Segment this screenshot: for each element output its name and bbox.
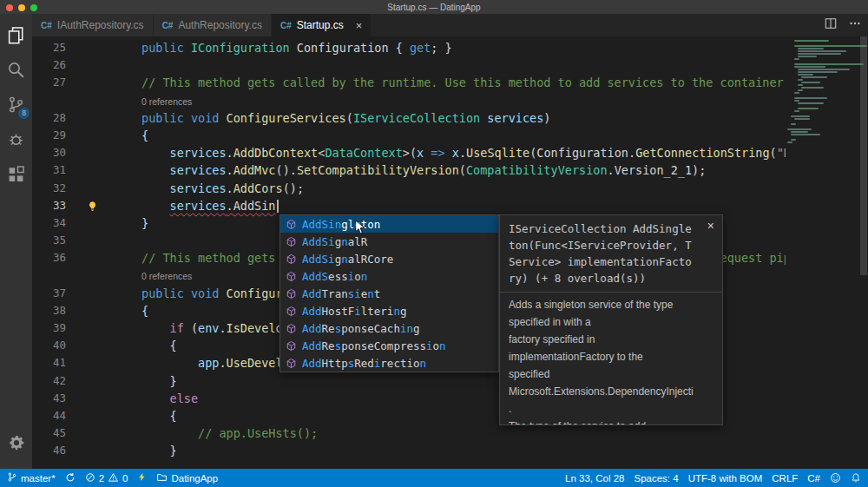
code-text: } — [85, 442, 177, 459]
suggest-item-AddSignalRCore[interactable]: AddSignalRCore — [280, 250, 498, 267]
csharp-file-icon: C# — [41, 21, 52, 30]
suggest-item-AddResponseCaching[interactable]: AddResponseCaching — [280, 319, 498, 337]
more-actions-icon[interactable] — [849, 17, 861, 33]
line-number: 37 — [32, 285, 85, 302]
line-number: 45 — [32, 424, 85, 442]
line-number: 44 — [32, 407, 85, 424]
suggest-docs: × IServiceCollection AddSingleton(Func<I… — [499, 214, 723, 425]
close-window-icon[interactable] — [6, 4, 13, 11]
split-editor-icon[interactable] — [825, 17, 837, 33]
line-number: 31 — [32, 161, 85, 179]
text-cursor — [277, 200, 279, 213]
tab-bar: C# IAuthRepository.cs C# AuthRepository.… — [32, 14, 868, 36]
line-number: 33 — [32, 197, 85, 214]
suggest-item-AddSingleton[interactable]: AddSingleton — [280, 215, 498, 233]
minimap-line — [794, 45, 867, 47]
line-number: 36 — [32, 249, 85, 267]
eol-indicator[interactable]: CRLF — [772, 473, 798, 484]
minimap[interactable] — [786, 36, 859, 469]
minimap-line — [798, 69, 850, 70]
code-text: { — [85, 302, 148, 319]
git-branch-indicator[interactable]: master* — [7, 471, 56, 484]
tab-label: AuthRepository.cs — [178, 19, 262, 31]
code-line[interactable]: 25 public IConfiguration Configuration {… — [32, 39, 786, 56]
source-control-badge: 8 — [18, 108, 30, 119]
code-text: services.AddCors(); — [85, 180, 304, 197]
tab-startup[interactable]: C# Startup.cs × — [272, 14, 372, 36]
sidebar-item-search[interactable] — [0, 54, 32, 89]
line-number: 30 — [32, 144, 85, 161]
bell-icon[interactable] — [851, 472, 861, 484]
minimap-line — [798, 79, 803, 81]
suggest-item-AddResponseCompression[interactable]: AddResponseCompression — [280, 337, 498, 354]
code-line[interactable]: 45 // app.UseHsts(); — [32, 424, 786, 442]
feedback-smiley-icon[interactable] — [830, 472, 841, 484]
code-text: services.AddDbContext<DataContext>(x => … — [85, 144, 786, 161]
language-mode[interactable]: C# — [807, 473, 820, 484]
tab-label: Startup.cs — [297, 19, 344, 31]
minimap-line — [794, 118, 810, 120]
close-tab-icon[interactable]: × — [349, 19, 363, 32]
close-icon[interactable]: × — [707, 219, 714, 233]
minimap-line — [794, 58, 799, 60]
sidebar-item-explorer[interactable] — [0, 19, 32, 54]
cursor-position[interactable]: Ln 33, Col 28 — [565, 473, 624, 484]
minimize-window-icon[interactable] — [18, 4, 25, 11]
suggest-item-AddHttpsRedirection[interactable]: AddHttpsRedirection — [280, 354, 498, 372]
workspace-label: DatingApp — [171, 473, 218, 484]
suggest-item-label: AddSignalR — [302, 235, 367, 248]
suggest-item-AddSession[interactable]: AddSession — [280, 267, 498, 285]
activity-bar: 8 — [0, 14, 32, 469]
title-bar[interactable]: Startup.cs — DatingApp — [0, 0, 868, 14]
line-number: 43 — [32, 390, 85, 407]
line-number: 40 — [32, 337, 85, 354]
scrollbar-thumb[interactable] — [860, 36, 867, 275]
code-line[interactable]: 29 { — [32, 127, 786, 144]
editor-scrollbar[interactable] — [859, 36, 868, 469]
minimap-line — [791, 139, 796, 141]
sync-button[interactable] — [65, 472, 76, 484]
tab-iauthrepository[interactable]: C# IAuthRepository.cs — [32, 14, 154, 36]
minimap-line — [787, 128, 812, 130]
tab-authrepository[interactable]: C# AuthRepository.cs — [154, 14, 272, 36]
suggest-docs-signature: IServiceCollection AddSingleton(Func<ISe… — [500, 215, 692, 292]
sidebar-item-source-control[interactable]: 8 — [0, 89, 32, 123]
code-line[interactable]: 28 public void ConfigureServices(IServic… — [32, 109, 786, 127]
error-icon — [85, 472, 95, 484]
method-icon — [286, 323, 297, 334]
code-text: } — [85, 372, 177, 390]
error-count: 2 — [99, 473, 104, 484]
minimap-line — [798, 53, 841, 55]
method-icon — [286, 253, 297, 265]
lightning-button[interactable] — [137, 471, 147, 484]
csharp-file-icon: C# — [162, 21, 174, 30]
code-line[interactable]: 26 — [32, 56, 786, 74]
indentation-indicator[interactable]: Spaces: 4 — [634, 473, 678, 484]
encoding-indicator[interactable]: UTF-8 with BOM — [688, 473, 763, 484]
code-line[interactable]: 46 } — [32, 442, 786, 459]
status-right: Ln 33, Col 28 Spaces: 4 UTF-8 with BOM C… — [565, 472, 861, 484]
code-line[interactable]: 27 // This method gets called by the run… — [32, 74, 786, 91]
code-line[interactable]: 32 services.AddCors(); — [32, 180, 786, 197]
settings-button[interactable] — [0, 427, 32, 462]
code-line[interactable]: 33 services.AddSin — [32, 197, 786, 214]
code-text: services.AddMvc().SetCompatibilityVersio… — [85, 161, 706, 179]
suggest-item-AddHostFiltering[interactable]: AddHostFiltering — [280, 302, 498, 319]
maximize-window-icon[interactable] — [30, 4, 37, 11]
code-line[interactable]: 30 services.AddDbContext<DataContext>(x … — [32, 144, 786, 161]
codelens-label[interactable]: 0 references — [141, 271, 192, 281]
line-number: 39 — [32, 319, 85, 337]
workspace-indicator[interactable]: DatingApp — [156, 472, 218, 484]
sidebar-item-debug[interactable] — [0, 123, 32, 158]
sync-icon — [65, 472, 76, 484]
codelens-label[interactable]: 0 references — [141, 96, 192, 107]
code-text: services.AddSin — [85, 197, 279, 214]
suggest-item-AddSignalR[interactable]: AddSignalR — [280, 233, 498, 250]
suggest-item-label: AddHttpsRedirection — [302, 357, 426, 370]
code-line[interactable]: 31 services.AddMvc().SetCompatibilityVer… — [32, 161, 786, 179]
debug-icon — [7, 130, 25, 152]
sidebar-item-extensions[interactable] — [0, 158, 32, 193]
suggest-item-AddTransient[interactable]: AddTransient — [280, 285, 498, 302]
search-icon — [7, 61, 25, 82]
problems-indicator[interactable]: 2 0 — [85, 472, 128, 484]
